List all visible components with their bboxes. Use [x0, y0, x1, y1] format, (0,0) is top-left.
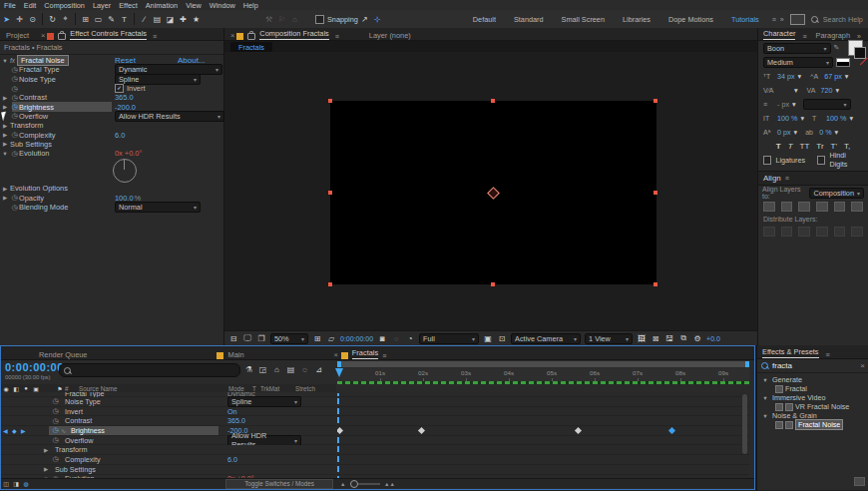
expander-icon[interactable] [0, 186, 10, 192]
expand-layer-switches-icon[interactable]: ◫ [2, 478, 10, 490]
tracking-value[interactable]: 720 [821, 86, 833, 95]
hide-shy-layers-icon[interactable]: ⌂ [271, 363, 282, 375]
toggle-switches-modes-button[interactable]: Toggle Switches / Modes [225, 479, 333, 489]
panel-menu-icon[interactable]: ≡ [826, 351, 830, 358]
align-to-dropdown[interactable]: Composition [809, 188, 864, 199]
panel-menu-icon[interactable]: ≡ [785, 175, 789, 182]
t-column[interactable]: T [252, 385, 256, 392]
hindi-digits-checkbox[interactable] [817, 156, 825, 165]
eraser-tool-icon[interactable]: ◪ [165, 13, 176, 25]
keyframe[interactable] [418, 427, 425, 434]
align-left-icon[interactable] [763, 202, 775, 212]
menu-animation[interactable]: Animation [142, 1, 182, 10]
expander-icon[interactable] [761, 377, 769, 383]
time-ruler[interactable]: 01s 02s 03s 04s 05s 06s 07s 08s 09s [337, 368, 749, 382]
overflow-dropdown[interactable]: Allow HDR Results [227, 435, 301, 446]
ruler-grid-icon[interactable]: ⊞ [313, 332, 321, 344]
menu-composition[interactable]: Composition [40, 1, 89, 10]
panel-menu-icon[interactable]: ≡ [802, 33, 806, 40]
expander-icon[interactable] [0, 123, 10, 129]
search-help-input[interactable]: Search Help [823, 15, 863, 24]
tab-layer[interactable]: Layer (none) [369, 31, 411, 40]
blending-mode-dropdown[interactable]: Normal [115, 202, 201, 213]
evolution-dial[interactable] [113, 159, 137, 183]
expander-icon[interactable] [0, 95, 10, 101]
stopwatch-icon[interactable] [10, 103, 19, 111]
zoom-dropdown[interactable]: 50% [270, 333, 308, 344]
zoom-out-mountain-icon[interactable]: ▲ [340, 481, 345, 487]
expander-icon[interactable] [41, 466, 51, 472]
timeline-zoom-slider-handle[interactable] [350, 480, 358, 488]
baseline-shift-value[interactable]: 0 px [777, 128, 791, 137]
layer-handle[interactable] [328, 282, 332, 286]
hand-tool-icon[interactable]: ✛ [14, 13, 25, 25]
keyframe-next-icon[interactable]: ▶ [21, 427, 26, 434]
expander-icon[interactable] [0, 132, 10, 138]
menu-window[interactable]: Window [206, 1, 239, 10]
new-preset-icon[interactable] [854, 477, 865, 486]
puppet-pin-tool-icon[interactable]: ★ [191, 13, 202, 25]
all-caps-icon[interactable]: TT [800, 142, 810, 151]
magnification-icon[interactable]: ❐ [257, 332, 265, 344]
lock-icon[interactable] [247, 33, 255, 40]
always-preview-icon[interactable]: ⊟ [229, 332, 237, 344]
stroke-style-dropdown[interactable] [803, 99, 851, 110]
keyframe-graph-area[interactable]: time*150 [337, 392, 749, 481]
menu-effect[interactable]: Effect [115, 1, 142, 10]
tab-composition-fractals[interactable]: Composition Fractals [259, 29, 328, 40]
camera-dropdown[interactable]: Active Camera [511, 333, 581, 344]
align-bottom-icon[interactable] [851, 202, 863, 212]
zoom-in-mountain-icon[interactable]: ▲▲ [384, 481, 395, 487]
exposure-value[interactable]: +0.0 [706, 335, 720, 342]
fast-previews-icon[interactable]: 🖫 [665, 332, 673, 344]
leading-value[interactable]: 67 px [824, 72, 842, 81]
faux-bold-icon[interactable]: T [776, 142, 781, 151]
tab-align[interactable]: Align [763, 174, 781, 183]
vertical-scale-value[interactable]: 100 % [777, 114, 797, 123]
menu-help[interactable]: Help [239, 1, 262, 10]
menu-layer[interactable]: Layer [89, 1, 115, 10]
tab-effect-controls[interactable]: Effect Controls Fractals [70, 29, 147, 40]
stopwatch-icon[interactable] [51, 455, 60, 463]
brush-tool-icon[interactable]: ∕ [139, 13, 150, 25]
expander-icon[interactable] [0, 141, 10, 147]
tab-character[interactable]: Character [763, 29, 795, 40]
tab-project[interactable]: Project [6, 31, 29, 40]
graph-editor-icon[interactable]: ⊿ [313, 363, 324, 375]
vertical-scrollbar[interactable] [742, 394, 747, 454]
selection-tool-icon[interactable]: ➤ [1, 13, 12, 25]
current-timecode[interactable]: 0:00:00:00 [5, 361, 64, 373]
share-panel-icon[interactable] [790, 14, 805, 25]
stopwatch-icon[interactable] [51, 436, 60, 444]
expander-icon[interactable] [41, 447, 51, 453]
stopwatch-icon[interactable] [10, 194, 19, 202]
navigator-start-handle[interactable] [337, 361, 341, 367]
lock-icon[interactable] [58, 33, 66, 40]
keyframe[interactable] [575, 427, 582, 434]
expander-icon[interactable] [761, 395, 769, 401]
tab-render-queue[interactable]: Render Queue [39, 350, 87, 359]
tsume-value[interactable]: 0 % [819, 128, 831, 137]
timeline-search-input[interactable] [59, 363, 240, 377]
frame-blending-icon[interactable]: ▤ [285, 363, 296, 375]
layer-handle[interactable] [653, 282, 657, 286]
align-right-icon[interactable] [798, 202, 810, 212]
zoom-tool-icon[interactable]: ⊙ [27, 13, 38, 25]
effect-item-fractal-noise[interactable]: Fractal Noise [761, 420, 868, 429]
viewer-tab-fractals[interactable]: Fractals [230, 42, 272, 53]
invert-checkbox[interactable] [115, 84, 124, 93]
workspace-small-screen[interactable]: Small Screen [553, 15, 614, 24]
mask-visibility-icon[interactable]: ▱ [327, 332, 335, 344]
menu-file[interactable]: File [0, 1, 20, 10]
eyedropper-icon[interactable]: ✎ [834, 44, 845, 52]
subscript-icon[interactable]: T, [844, 142, 850, 151]
keyframe-selected[interactable] [668, 427, 675, 434]
tab-close-icon[interactable]: × [334, 350, 338, 359]
layer-handle[interactable] [653, 191, 657, 195]
tab-close-icon[interactable]: × [41, 31, 45, 40]
stopwatch-icon[interactable] [10, 150, 19, 158]
composition-mini-flowchart-icon[interactable]: ⚗ [243, 363, 254, 375]
expander-icon[interactable] [0, 195, 10, 201]
keyframe[interactable] [337, 427, 343, 434]
transparency-grid-icon[interactable]: ⊡ [498, 332, 506, 344]
